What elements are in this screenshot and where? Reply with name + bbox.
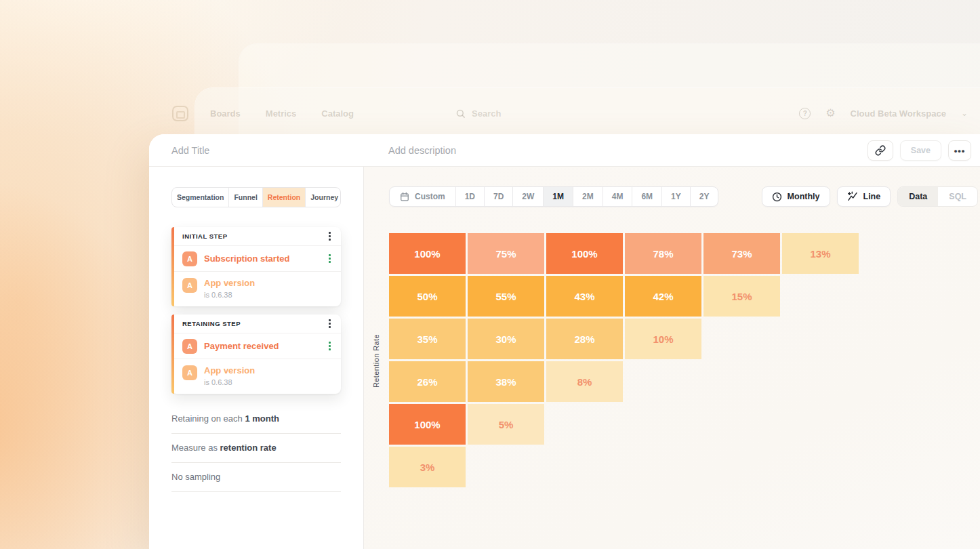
- view-tab-data[interactable]: Data: [898, 187, 938, 206]
- heatmap-cell[interactable]: 43%: [546, 276, 623, 317]
- range-label: 4M: [612, 192, 624, 201]
- gear-icon: ⚙: [825, 108, 835, 119]
- retaining-step-card: RETAINING STEP A Payment received A App …: [171, 314, 341, 394]
- heatmap-cell[interactable]: 13%: [782, 233, 859, 274]
- step-accent-stripe: [171, 314, 174, 394]
- link-icon: [875, 145, 886, 156]
- filter-condition: is 0.6.38: [204, 291, 255, 299]
- filter-name: App version: [204, 278, 255, 288]
- background-nav-item: Boards: [210, 108, 241, 119]
- step-header-label: RETAINING STEP: [182, 320, 241, 327]
- range-7d[interactable]: 7D: [484, 187, 512, 206]
- heatmap-row: 26%38%8%: [389, 361, 859, 402]
- description-input[interactable]: Add description: [388, 134, 456, 167]
- chart-type-button[interactable]: Line: [837, 186, 891, 207]
- event-badge: A: [182, 251, 197, 266]
- heatmap-cell[interactable]: 50%: [389, 276, 466, 317]
- range-4m[interactable]: 4M: [603, 187, 632, 206]
- heatmap-cell[interactable]: 3%: [389, 447, 466, 487]
- filter-badge: A: [182, 278, 197, 293]
- heatmap-cell[interactable]: 100%: [389, 233, 466, 274]
- report-card: Add Title Add description Save ••• Segme…: [149, 134, 980, 549]
- heatmap-cell[interactable]: 15%: [703, 276, 780, 317]
- query-option-row[interactable]: Retaining on each 1 month: [171, 405, 341, 434]
- event-menu-button[interactable]: [327, 252, 333, 265]
- range-6m[interactable]: 6M: [632, 187, 661, 206]
- event-name: Payment received: [204, 341, 320, 351]
- range-label: 2Y: [699, 192, 710, 201]
- heatmap-row: 50%55%43%42%15%: [389, 276, 859, 317]
- heatmap-cell[interactable]: 26%: [389, 361, 466, 402]
- analysis-type-tabs: SegmentationFunnelRetentionJourney: [171, 187, 341, 207]
- heatmap-cell[interactable]: 28%: [546, 319, 623, 359]
- more-options-button[interactable]: •••: [948, 140, 971, 161]
- report-body: SegmentationFunnelRetentionJourney INITI…: [149, 167, 980, 549]
- range-label: 1Y: [671, 192, 681, 201]
- option-text: Measure as: [171, 443, 220, 453]
- query-option-row[interactable]: Measure as retention rate: [171, 434, 341, 463]
- range-2y[interactable]: 2Y: [690, 187, 718, 206]
- heatmap-cell[interactable]: 42%: [625, 276, 701, 317]
- step-menu-button[interactable]: [327, 230, 333, 243]
- heatmap-cell[interactable]: 8%: [546, 361, 623, 402]
- heatmap-cell[interactable]: 78%: [625, 233, 701, 274]
- background-search: Search: [455, 103, 501, 123]
- step-accent-stripe: [171, 227, 174, 306]
- query-option-row[interactable]: No sampling: [171, 463, 341, 492]
- initial-step-card: INITIAL STEP A Subscription started A Ap…: [171, 227, 341, 306]
- heatmap-cell[interactable]: 75%: [468, 233, 544, 274]
- range-label: 1M: [552, 192, 564, 201]
- chart-toolbar: Custom1D7D2W1M2M4M6M1Y2Y Monthly Line Da…: [389, 186, 978, 207]
- help-icon: ?: [799, 108, 811, 119]
- heatmap-cell[interactable]: 55%: [468, 276, 544, 317]
- range-1y[interactable]: 1Y: [661, 187, 690, 206]
- heatmap-cell[interactable]: 10%: [625, 319, 701, 359]
- background-nav-links: BoardsMetricsCatalog: [210, 103, 354, 123]
- view-mode-tabs: DataSQL: [897, 186, 978, 207]
- clock-icon: [772, 192, 782, 202]
- header-actions: Save •••: [867, 140, 971, 161]
- event-menu-button[interactable]: [327, 340, 333, 352]
- filter-badge: A: [182, 365, 197, 380]
- range-label: 1D: [465, 192, 475, 201]
- step-header: RETAINING STEP: [171, 314, 341, 333]
- heatmap-cell[interactable]: 73%: [703, 233, 780, 274]
- range-1m[interactable]: 1M: [543, 187, 573, 206]
- range-2w[interactable]: 2W: [512, 187, 543, 206]
- report-header: Add Title Add description Save •••: [149, 134, 980, 167]
- tab-funnel[interactable]: Funnel: [229, 188, 262, 207]
- search-icon: [455, 108, 466, 119]
- background-nav-item: Catalog: [321, 108, 354, 119]
- heatmap-cell[interactable]: 30%: [468, 319, 544, 359]
- range-2m[interactable]: 2M: [573, 187, 603, 206]
- heatmap-cell[interactable]: 100%: [546, 233, 623, 274]
- range-custom[interactable]: Custom: [390, 187, 455, 206]
- range-label: 2M: [582, 192, 594, 201]
- tab-retention[interactable]: Retention: [263, 188, 306, 207]
- tab-segmentation[interactable]: Segmentation: [172, 188, 229, 207]
- event-row[interactable]: A Subscription started: [171, 246, 341, 272]
- view-tab-sql[interactable]: SQL: [938, 187, 977, 206]
- range-1d[interactable]: 1D: [455, 187, 484, 206]
- copy-link-button[interactable]: [867, 140, 893, 161]
- filter-condition: is 0.6.38: [204, 378, 255, 386]
- tab-journey[interactable]: Journey: [306, 188, 341, 207]
- granularity-button[interactable]: Monthly: [762, 186, 830, 207]
- filter-row[interactable]: A App version is 0.6.38: [171, 359, 341, 394]
- heatmap-cell[interactable]: 100%: [389, 404, 466, 445]
- title-input[interactable]: Add Title: [171, 134, 209, 167]
- save-button[interactable]: Save: [900, 140, 941, 161]
- filter-row[interactable]: A App version is 0.6.38: [171, 272, 341, 306]
- workspace-name: Cloud Beta Workspace: [851, 108, 946, 119]
- option-value: 1 month: [245, 413, 279, 424]
- event-row[interactable]: A Payment received: [171, 333, 341, 359]
- heatmap-cell[interactable]: 5%: [468, 404, 544, 445]
- range-label: 7D: [493, 192, 504, 201]
- calendar-icon: [400, 192, 409, 201]
- option-text: No sampling: [171, 472, 220, 482]
- heatmap-cell[interactable]: 35%: [389, 319, 466, 359]
- step-menu-button[interactable]: [327, 317, 333, 330]
- heatmap-cell[interactable]: 38%: [468, 361, 544, 402]
- range-label: 6M: [641, 192, 653, 201]
- background-search-label: Search: [472, 108, 501, 119]
